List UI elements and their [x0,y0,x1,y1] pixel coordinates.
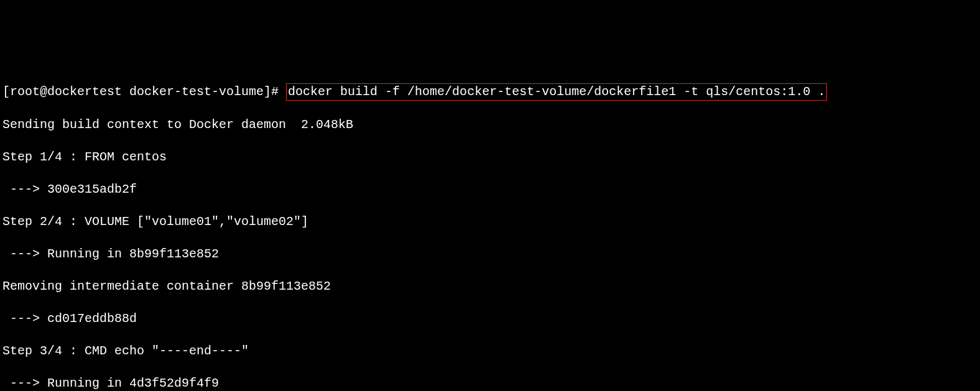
output-line: Step 1/4 : FROM centos [2,149,978,165]
terminal[interactable]: [root@dockertest docker-test-volume]# do… [2,67,978,391]
output-line: ---> Running in 8b99f113e852 [2,246,978,262]
output-line: Sending build context to Docker daemon 2… [2,117,978,133]
command-highlight-1: docker build -f /home/docker-test-volume… [286,83,827,101]
output-line: Step 3/4 : CMD echo "----end----" [2,343,978,359]
prompt-line-1[interactable]: [root@dockertest docker-test-volume]# do… [2,83,978,101]
output-line: ---> cd017eddb88d [2,311,978,327]
build-command: docker build -f /home/docker-test-volume… [288,85,825,99]
output-line: ---> 300e315adb2f [2,182,978,198]
output-line: ---> Running in 4d3f52d9f4f9 [2,375,978,391]
output-line: Step 2/4 : VOLUME ["volume01","volume02"… [2,214,978,230]
shell-prompt: [root@dockertest docker-test-volume]# [2,85,286,99]
output-line: Removing intermediate container 8b99f113… [2,278,978,295]
